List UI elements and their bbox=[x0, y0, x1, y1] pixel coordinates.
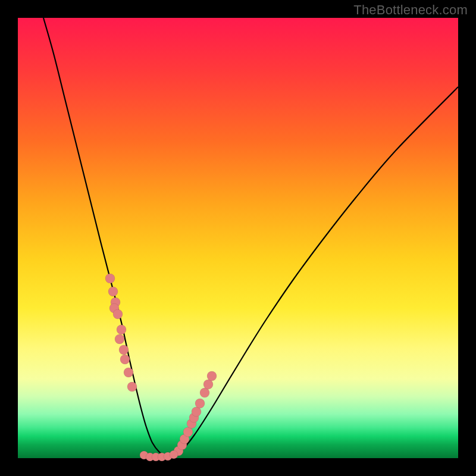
data-bead bbox=[127, 382, 137, 392]
curve-layer bbox=[18, 18, 458, 458]
data-bead bbox=[120, 355, 130, 364]
data-bead bbox=[113, 309, 123, 319]
data-bead bbox=[124, 368, 133, 377]
data-bead bbox=[195, 399, 205, 408]
data-bead bbox=[203, 380, 213, 389]
data-bead bbox=[192, 407, 201, 416]
data-bead bbox=[170, 450, 178, 459]
chart-frame: TheBottleneck.com bbox=[0, 0, 476, 476]
data-bead bbox=[119, 345, 129, 355]
data-bead bbox=[183, 427, 193, 437]
watermark-text: TheBottleneck.com bbox=[353, 2, 468, 18]
plot-area bbox=[18, 18, 458, 458]
data-bead bbox=[117, 325, 126, 334]
bead-group bbox=[105, 274, 217, 461]
data-bead bbox=[115, 334, 124, 344]
data-bead bbox=[207, 371, 217, 381]
data-bead bbox=[105, 274, 115, 283]
data-bead bbox=[108, 287, 118, 296]
bottleneck-curve bbox=[43, 18, 458, 458]
data-bead bbox=[200, 388, 209, 397]
